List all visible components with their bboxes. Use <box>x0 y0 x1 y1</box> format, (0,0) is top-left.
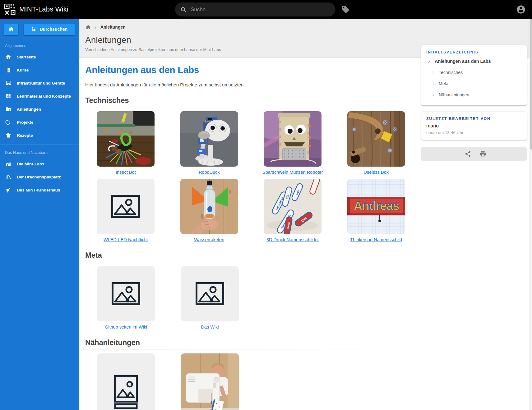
wasserraketen-photo <box>180 179 238 234</box>
sewing-photo <box>181 353 239 410</box>
card-row <box>85 353 415 410</box>
chevron-right-icon <box>431 70 436 75</box>
sidebar-item-projekte[interactable]: Projekte <box>0 116 79 129</box>
home-icon <box>8 26 14 32</box>
book-icon <box>5 67 12 73</box>
card-link-insect-bot[interactable]: Insect Bot <box>116 170 136 175</box>
card-link-useless-box[interactable]: Useless Box <box>363 170 389 175</box>
article-heading: Anleitungen aus den Labs <box>85 65 415 75</box>
sidebar-item-mint-labs[interactable]: Die Mint-Labs <box>0 157 79 170</box>
sidebar-item-label: Lehrmaterial und Konzepte <box>17 94 71 99</box>
sidebar-item-kinderhaus[interactable]: Das MINT-Kinderhaus <box>0 183 79 196</box>
toc-item-meta[interactable]: Meta <box>431 78 522 89</box>
home-icon <box>5 53 12 60</box>
image-placeholder-portrait-icon <box>113 375 138 410</box>
useless-box-photo <box>347 111 405 167</box>
insect-bot-photo <box>97 111 155 167</box>
file-tree-icon <box>31 26 37 32</box>
article-intro: Hier findest du Anleitungen für alle mög… <box>85 82 415 87</box>
search-input[interactable] <box>190 6 331 13</box>
sidebar-item-label: Rezepte <box>17 133 33 138</box>
brand[interactable]: MINT-Labs Wiki <box>4 4 68 15</box>
tags-icon[interactable] <box>341 5 350 14</box>
sidebar-actions: Durchsuchen <box>0 19 79 38</box>
card-link-wasserraketen[interactable]: Wasserraketen <box>194 237 224 242</box>
article: Anleitungen aus den Labs Hier findest du… <box>79 58 415 410</box>
last-edited-author: mario <box>426 123 522 129</box>
project-card-thinkercad: Andreas Thinkercad Namensschild <box>338 179 415 242</box>
home-button[interactable] <box>4 24 18 35</box>
card-row: Insect Bot <box>85 111 415 175</box>
sparschwein-photo <box>264 111 322 167</box>
image-placeholder-icon <box>111 282 141 306</box>
card-link-github[interactable]: Github seiten im Wiki <box>105 325 147 329</box>
search-icon <box>180 6 187 13</box>
page-actions-bar <box>421 147 527 161</box>
wiki-logo-icon[interactable] <box>4 4 16 15</box>
stroller-icon <box>5 187 12 193</box>
svg-text:Andreas: Andreas <box>354 199 399 213</box>
image-placeholder <box>97 179 155 234</box>
chef-hat-icon <box>5 132 12 139</box>
breadcrumb-separator: / <box>95 25 96 30</box>
card-row: Github seiten im Wiki Das Wiki <box>85 266 415 329</box>
sidebar-item-label: Kurse <box>17 68 29 72</box>
project-card-insect-bot: Insect Bot <box>87 111 164 175</box>
toc-item-label: Meta <box>439 81 448 86</box>
slide-icon <box>5 173 12 180</box>
card-link-namensschilder[interactable]: 3D Druck Namensschilder <box>266 237 319 242</box>
card-link-sparschwein[interactable]: Sparschwein Münzen Roboter <box>262 170 323 175</box>
open-book-icon <box>5 93 12 99</box>
breadcrumb: / Anleitungen <box>79 19 532 35</box>
project-card-namensschilder: Constantin Elia Bye <box>254 179 331 242</box>
sidebar-item-anleitungen[interactable]: Anleitungen <box>0 103 79 116</box>
project-card-naeh-2 <box>171 353 249 410</box>
browse-button[interactable]: Durchsuchen <box>24 24 75 35</box>
image-placeholder <box>97 266 155 321</box>
section-underline <box>85 107 407 107</box>
sidebar-item-label: Projekte <box>17 120 33 125</box>
sidebar-item-label: Anleitungen <box>17 107 41 112</box>
breadcrumb-home-icon[interactable] <box>85 24 91 30</box>
toc-card: INHALTSVERZEICHNIS Anleitungen aus den L… <box>421 45 527 105</box>
namensschilder-photo: Constantin Elia Bye <box>264 179 322 234</box>
toc-item-technisches[interactable]: Technisches <box>431 67 522 78</box>
browse-label: Durchsuchen <box>40 27 67 32</box>
section-underline <box>85 262 407 262</box>
section-title-naehanleitungen: Nähanleitungen <box>85 338 415 347</box>
chevron-right-icon <box>431 81 436 86</box>
card-link-roboduck[interactable]: RoboDuck <box>199 170 220 175</box>
scrollbar-thumb[interactable] <box>530 19 532 150</box>
card-link-das-wiki[interactable]: Das Wiki <box>201 325 219 329</box>
scrollbar-track <box>530 19 532 410</box>
folder-info-icon <box>5 106 12 113</box>
sidebar-item-label: Der Drachenspielplatz <box>17 175 61 179</box>
site-title[interactable]: MINT-Labs Wiki <box>19 5 68 13</box>
breadcrumb-current[interactable]: Anleitungen <box>100 25 126 30</box>
project-card-das-wiki: Das Wiki <box>171 266 249 329</box>
share-icon[interactable] <box>465 150 471 157</box>
main-area: / Anleitungen Anleitungen Verschiedene A… <box>79 19 532 410</box>
card-link-thinkercad[interactable]: Thinkercad Namensschild <box>350 237 402 242</box>
print-icon[interactable] <box>479 150 486 157</box>
project-card-roboduck: RoboDuck <box>171 111 248 175</box>
sidebar-item-startseite[interactable]: Startseite <box>0 50 79 63</box>
roboduck-photo <box>180 111 238 167</box>
sidebar-item-infrastruktur[interactable]: Infrastruktur und Geräte <box>0 76 79 90</box>
last-edited-heading: ZULETZT BEARBEITET VON <box>426 117 522 121</box>
sidebar-item-kurse[interactable]: Kurse <box>0 63 79 76</box>
sidebar-item-drachenspielplatz[interactable]: Der Drachenspielplatz <box>0 170 79 183</box>
toc-item-naehanleitungen[interactable]: Nähanleitungen <box>431 89 522 100</box>
last-edited-card: ZULETZT BEARBEITET VON mario heute um 13… <box>421 112 527 140</box>
project-card-useless-box: Useless Box <box>338 111 415 175</box>
right-rail: INHALTSVERZEICHNIS Anleitungen aus den L… <box>421 45 527 161</box>
toc-item-anleitungen-aus-den-labs[interactable]: Anleitungen aus den Labs <box>426 54 522 67</box>
topbar: MINT-Labs Wiki <box>0 0 532 19</box>
sidebar-item-rezepte[interactable]: Rezepte <box>0 129 79 142</box>
card-link-wled[interactable]: WLED-LED Nachtlicht <box>104 237 148 242</box>
search-bar[interactable] <box>175 2 335 16</box>
account-icon[interactable] <box>516 5 526 14</box>
section-title-technisches: Technisches <box>85 96 415 105</box>
sidebar-item-lehrmaterial[interactable]: Lehrmaterial und Konzepte <box>0 90 79 103</box>
sidebar-item-label: Infrastruktur und Geräte <box>17 81 65 85</box>
